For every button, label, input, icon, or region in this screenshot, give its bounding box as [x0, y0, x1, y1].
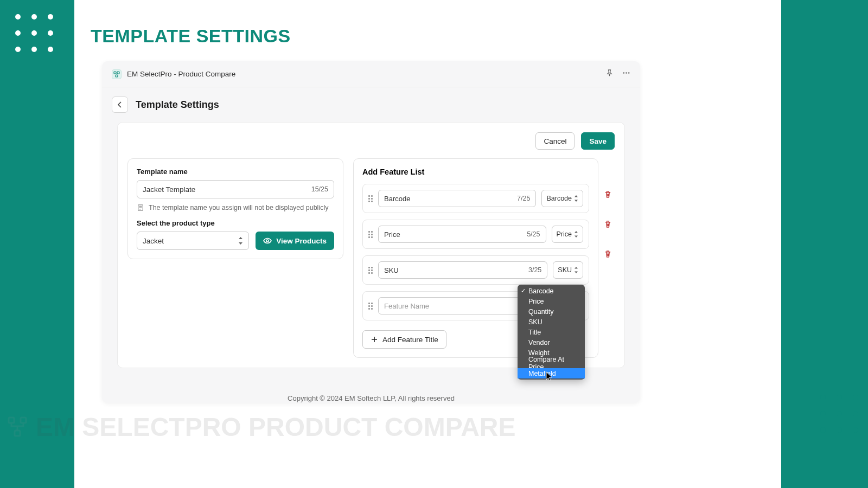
- dropdown-option[interactable]: Title: [518, 327, 585, 337]
- feature-type-dropdown[interactable]: BarcodePriceQuantitySKUTitleVendorWeight…: [518, 285, 585, 380]
- cancel-button[interactable]: Cancel: [535, 132, 575, 150]
- dropdown-option[interactable]: Metafield: [518, 368, 585, 378]
- decorative-dots-top-left: [15, 14, 53, 52]
- svg-rect-4: [117, 72, 119, 74]
- feature-name-input-wrap[interactable]: 0/25: [378, 297, 540, 314]
- svg-rect-2: [15, 431, 20, 436]
- app-header: EM SelectPro - Product Compare: [102, 61, 640, 87]
- dropdown-option[interactable]: Barcode: [518, 286, 585, 296]
- subheader: Template Settings: [102, 87, 640, 122]
- save-button[interactable]: Save: [581, 132, 615, 150]
- dropdown-option[interactable]: Vendor: [518, 337, 585, 348]
- note-icon: [137, 204, 144, 211]
- feature-type-select[interactable]: Barcode: [541, 190, 583, 207]
- template-name-hint: The template name you assign will not be…: [137, 204, 334, 211]
- watermark-icon: [5, 415, 29, 439]
- svg-point-6: [623, 72, 625, 74]
- dropdown-option[interactable]: Compare At Price: [518, 358, 585, 368]
- footer-text: Copyright © 2024 EM Softech LLP, All rig…: [102, 394, 640, 402]
- feature-name-counter: 5/25: [527, 230, 540, 238]
- pin-icon[interactable]: [605, 69, 614, 79]
- svg-point-10: [266, 240, 269, 242]
- dropdown-option[interactable]: Quantity: [518, 306, 585, 317]
- dropdown-option[interactable]: SKU: [518, 317, 585, 327]
- decorative-dots-bottom-right: [820, 395, 858, 433]
- app-icon: [112, 69, 122, 79]
- chevron-updown-icon: [574, 267, 578, 273]
- view-products-button[interactable]: View Products: [256, 232, 334, 250]
- back-button[interactable]: [112, 97, 128, 113]
- feature-row: 7/25 Barcode: [362, 184, 589, 213]
- svg-point-7: [626, 72, 627, 74]
- feature-row: 5/25 Price: [362, 220, 589, 249]
- feature-name-input-wrap[interactable]: 5/25: [378, 226, 546, 243]
- drag-handle-icon[interactable]: [368, 303, 373, 310]
- eye-icon: [263, 236, 272, 245]
- svg-rect-1: [21, 418, 26, 423]
- feature-name-input[interactable]: [384, 195, 517, 203]
- chevron-updown-icon: [574, 195, 578, 202]
- feature-type-select[interactable]: Price: [552, 226, 583, 243]
- svg-point-8: [628, 72, 630, 74]
- subheader-title: Template Settings: [136, 99, 219, 111]
- add-feature-button[interactable]: Add Feature Title: [362, 330, 446, 349]
- app-window: EM SelectPro - Product Compare Template …: [102, 61, 640, 403]
- product-type-label: Select the product type: [137, 219, 334, 227]
- content-card: Cancel Save Template name 15/25 The temp…: [117, 122, 625, 368]
- more-icon[interactable]: [622, 69, 630, 79]
- drag-handle-icon[interactable]: [368, 231, 373, 238]
- chevron-updown-icon: [574, 231, 578, 237]
- app-title: EM SelectPro - Product Compare: [127, 70, 235, 78]
- feature-name-input-wrap[interactable]: 7/25: [378, 190, 536, 207]
- svg-rect-3: [114, 72, 116, 74]
- feature-name-counter: 7/25: [517, 195, 530, 202]
- feature-name-input[interactable]: [384, 302, 521, 310]
- feature-name-input[interactable]: [384, 266, 528, 274]
- svg-rect-0: [9, 418, 14, 423]
- product-type-select[interactable]: Jacket: [137, 232, 249, 250]
- feature-list-label: Add Feature List: [362, 168, 589, 176]
- svg-rect-5: [116, 75, 118, 77]
- delete-feature-button[interactable]: [604, 190, 612, 201]
- feature-name-input-wrap[interactable]: 3/25: [378, 261, 547, 279]
- watermark: EM SELECTPRO PRODUCT COMPARE: [5, 412, 515, 442]
- template-name-input-wrap[interactable]: 15/25: [137, 180, 334, 198]
- chevron-updown-icon: [238, 237, 243, 245]
- drag-handle-icon[interactable]: [368, 195, 373, 202]
- template-panel: Template name 15/25 The template name yo…: [127, 158, 343, 259]
- feature-list-panel: Add Feature List 7/25 Barcode 5/25 Price: [353, 158, 598, 358]
- template-name-input[interactable]: [143, 185, 311, 194]
- feature-row: 3/25 SKU: [362, 255, 589, 285]
- delete-feature-button[interactable]: [604, 220, 612, 230]
- template-name-counter: 15/25: [311, 185, 328, 193]
- feature-type-select[interactable]: SKU: [553, 261, 583, 279]
- page-title: TEMPLATE SETTINGS: [91, 25, 291, 47]
- dropdown-option[interactable]: Price: [518, 296, 585, 306]
- feature-name-input[interactable]: [384, 230, 527, 239]
- template-name-label: Template name: [137, 168, 334, 176]
- watermark-text: EM SELECTPRO PRODUCT COMPARE: [36, 412, 515, 442]
- feature-name-counter: 3/25: [528, 266, 541, 274]
- drag-handle-icon[interactable]: [368, 267, 373, 274]
- delete-feature-button[interactable]: [604, 250, 612, 260]
